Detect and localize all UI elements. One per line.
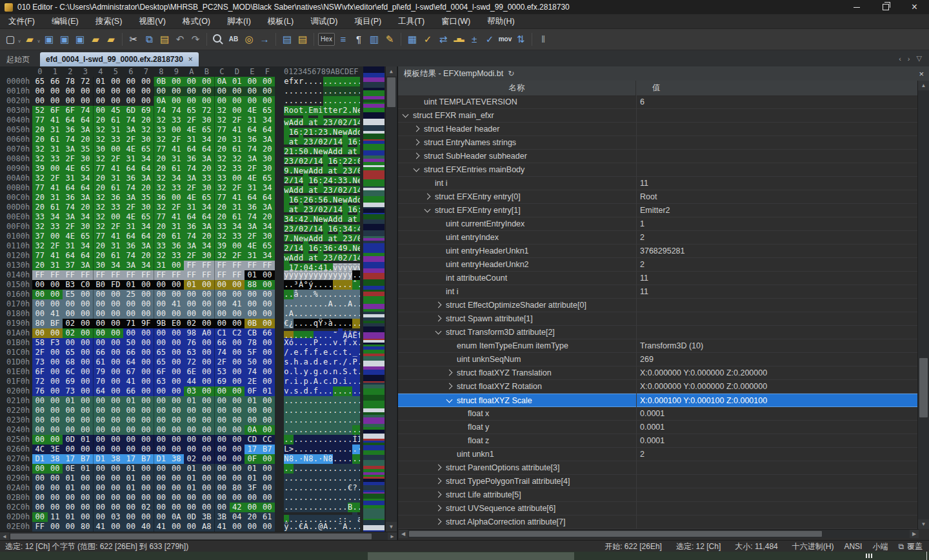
hex-byte[interactable]: FF: [214, 261, 230, 270]
tab-start-page[interactable]: 起始页: [0, 53, 36, 66]
hex-byte[interactable]: 6C: [63, 367, 78, 377]
ascii-char[interactable]: 0: [299, 225, 304, 232]
menu-item-1[interactable]: 编辑(E): [43, 14, 87, 28]
hex-hscroll-thumb[interactable]: [10, 534, 372, 539]
ascii-char[interactable]: .: [294, 425, 299, 435]
ascii-char[interactable]: :: [314, 128, 319, 135]
hex-byte[interactable]: 35: [78, 145, 94, 154]
ascii-char[interactable]: .: [343, 319, 348, 328]
hex-byte[interactable]: 00: [93, 512, 108, 522]
ascii-char[interactable]: .: [323, 435, 328, 445]
ascii-char[interactable]: 2: [303, 157, 308, 164]
hex-byte[interactable]: 00: [139, 386, 154, 396]
ascii-char[interactable]: .: [348, 445, 353, 454]
ascii-char[interactable]: .: [289, 234, 294, 241]
ascii-char[interactable]: .: [303, 106, 308, 115]
ascii-char[interactable]: .: [284, 280, 289, 290]
hex-byte[interactable]: 00: [139, 77, 154, 86]
ascii-char[interactable]: 2: [303, 215, 308, 222]
ascii-cell[interactable]: ................: [284, 396, 360, 406]
save-all-icon[interactable]: ▣: [73, 32, 87, 46]
hex-byte[interactable]: 34: [260, 183, 275, 193]
ascii-char[interactable]: 3: [308, 205, 314, 212]
ascii-cell[interactable]: o.l.y.g.o.n.S.t.: [284, 367, 360, 377]
hex-byte[interactable]: 20: [245, 512, 260, 522]
ascii-char[interactable]: /: [328, 205, 333, 212]
ascii-char[interactable]: .: [308, 338, 314, 348]
hex-byte[interactable]: 00: [93, 503, 108, 512]
ascii-cell[interactable]: ÿÿÿÿÿÿÿÿÿÿÿÿÿÿ..: [284, 270, 360, 280]
menu-item-4[interactable]: 格式(O): [174, 14, 219, 28]
ascii-char[interactable]: N: [314, 215, 319, 222]
hex-byte[interactable]: 74: [154, 106, 169, 115]
ascii-char[interactable]: d: [318, 166, 323, 174]
hex-byte[interactable]: 00: [139, 425, 154, 435]
ascii-cell[interactable]: ..³À°ý........ˆ.: [284, 280, 360, 290]
ascii-char[interactable]: s: [294, 386, 299, 396]
hex-byte[interactable]: 00: [260, 338, 275, 348]
ascii-char[interactable]: .: [323, 464, 328, 474]
ascii-char[interactable]: A: [303, 522, 308, 532]
ascii-char[interactable]: .: [357, 367, 360, 377]
ascii-char[interactable]: .: [333, 464, 338, 474]
ascii-char[interactable]: /: [348, 186, 353, 193]
ascii-char[interactable]: 7: [294, 263, 299, 270]
template-row[interactable]: struct AlphaCorrection attribute[7]: [398, 515, 918, 529]
hex-byte[interactable]: 36: [123, 241, 139, 251]
ascii-char[interactable]: a: [348, 215, 353, 222]
ascii-char[interactable]: .: [303, 299, 308, 309]
ascii-char[interactable]: 4: [338, 205, 343, 212]
ascii-char[interactable]: .: [308, 406, 314, 415]
hex-byte[interactable]: 00: [48, 164, 63, 174]
hex-byte[interactable]: 3A: [63, 145, 78, 154]
template-row[interactable]: struct EntryNames strings: [398, 136, 918, 150]
ascii-char[interactable]: .: [289, 386, 294, 396]
hex-byte[interactable]: 61: [108, 115, 124, 125]
hex-byte[interactable]: 80: [230, 483, 245, 493]
ascii-char[interactable]: .: [328, 493, 333, 503]
ascii-char[interactable]: :: [352, 225, 357, 232]
ascii-char[interactable]: B: [348, 503, 353, 512]
ascii-char[interactable]: .: [348, 493, 353, 503]
ascii-char[interactable]: 1: [323, 263, 328, 270]
ascii-char[interactable]: .: [338, 474, 343, 483]
ascii-char[interactable]: .: [284, 474, 289, 483]
hex-byte[interactable]: 00: [48, 474, 63, 483]
ascii-char[interactable]: .: [318, 515, 323, 522]
ascii-char[interactable]: .: [314, 425, 319, 435]
ascii-char[interactable]: .: [333, 280, 338, 290]
hex-byte[interactable]: 3A: [260, 135, 275, 145]
hex-byte[interactable]: 00: [108, 435, 124, 445]
ascii-char[interactable]: 2: [318, 128, 323, 135]
template-row[interactable]: struct TypePolygonTrail attribute[4]: [398, 475, 918, 488]
ascii-cell[interactable]: Ñ8.·Ñ8.·Ñ8......: [284, 454, 360, 464]
ascii-char[interactable]: .: [338, 86, 343, 96]
hex-byte[interactable]: 00: [78, 415, 94, 425]
highlight-icon[interactable]: ✎: [383, 32, 397, 46]
hex-byte[interactable]: 65: [139, 145, 154, 154]
ascii-char[interactable]: g: [314, 367, 319, 377]
ascii-char[interactable]: .: [303, 290, 308, 299]
ascii-char[interactable]: ÿ: [308, 270, 314, 280]
ascii-char[interactable]: :: [352, 157, 357, 164]
ascii-char[interactable]: A: [348, 128, 353, 135]
hex-byte[interactable]: 00: [214, 309, 230, 319]
hex-byte[interactable]: 0D: [63, 435, 78, 445]
hex-byte[interactable]: 77: [154, 145, 169, 154]
status-endian[interactable]: 小端: [872, 541, 888, 552]
ascii-char[interactable]: 8: [289, 454, 294, 464]
template-row[interactable]: int i11: [398, 177, 918, 190]
ascii-char[interactable]: .: [299, 357, 304, 367]
hex-byte[interactable]: 00: [32, 512, 48, 522]
hex-byte[interactable]: 00: [123, 415, 139, 425]
hex-byte[interactable]: 00: [139, 86, 154, 96]
hex-byte[interactable]: 00: [184, 522, 199, 532]
ascii-char[interactable]: 4: [318, 157, 323, 164]
ascii-char[interactable]: .: [333, 435, 338, 445]
template-row[interactable]: struct EFXEntries mainBody: [398, 163, 918, 177]
hex-byte[interactable]: 00: [169, 328, 185, 338]
hex-byte[interactable]: 00: [93, 406, 108, 415]
ascii-char[interactable]: a: [308, 254, 314, 261]
hex-byte[interactable]: 31: [169, 154, 185, 164]
hex-byte[interactable]: 00: [123, 425, 139, 435]
